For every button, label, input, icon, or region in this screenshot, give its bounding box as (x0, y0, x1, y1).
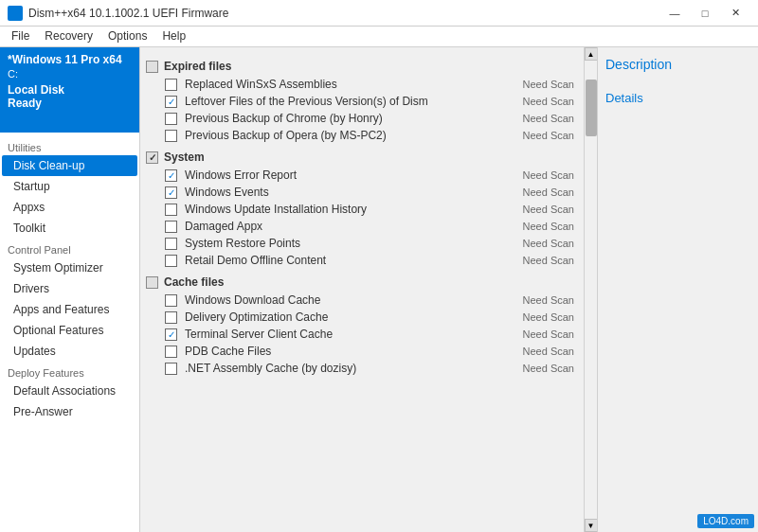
sidebar-item-drivers[interactable]: Drivers (2, 278, 137, 299)
menu-options[interactable]: Options (100, 28, 154, 44)
item-retail-demo: Retail Demo Offline Content (185, 254, 505, 267)
menu-bar: File Recovery Options Help (0, 27, 758, 47)
table-row: System Restore Points Need Scan (144, 235, 580, 252)
status-retail-demo: Need Scan (513, 255, 574, 266)
table-row: Windows Events Need Scan (144, 184, 580, 201)
section-cb-system[interactable] (146, 151, 158, 164)
sidebar-item-pre-answer[interactable]: Pre-Answer (2, 401, 137, 422)
sidebar-item-startup[interactable]: Startup (2, 176, 137, 197)
table-row: Replaced WinSxS Assemblies Need Scan (144, 76, 580, 93)
sidebar-item-system-optimizer[interactable]: System Optimizer (2, 257, 137, 278)
item-win-download-cache: Windows Download Cache (185, 293, 505, 307)
section-expired-files: Expired files (144, 57, 580, 76)
item-damaged-appx: Damaged Appx (185, 220, 505, 233)
nav-section-utilities: Utilities (0, 136, 139, 155)
details-label: Details (605, 91, 750, 105)
table-row: Windows Error Report Need Scan (144, 167, 580, 184)
nav-section-control-panel: Control Panel (0, 239, 139, 257)
section-cb-cache[interactable] (146, 276, 158, 289)
status-net-assembly: Need Scan (513, 363, 574, 374)
main-container: *Windows 11 Pro x64 C: Local Disk Ready … (0, 47, 758, 532)
status-restore-points: Need Scan (513, 238, 574, 249)
sidebar-item-toolkit[interactable]: Toolkit (2, 218, 137, 239)
item-pdb-cache: PDB Cache Files (185, 345, 505, 358)
cb-damaged-appx[interactable] (165, 221, 177, 233)
content-area: Expired files Replaced WinSxS Assemblies… (140, 47, 758, 532)
cb-leftover-files[interactable] (165, 96, 177, 108)
sidebar-item-default-assoc[interactable]: Default Associations (2, 381, 137, 401)
cb-replaced-winsxs[interactable] (165, 79, 177, 91)
cb-pdb-cache[interactable] (165, 346, 177, 358)
status-win-error-report: Need Scan (513, 169, 574, 181)
cb-terminal-cache[interactable] (165, 328, 177, 341)
sidebar-item-appxs[interactable]: Appxs (2, 197, 137, 218)
close-button[interactable]: ✕ (720, 4, 750, 23)
title-controls: — □ ✕ (659, 4, 750, 23)
status-damaged-appx: Need Scan (513, 221, 574, 232)
cb-win-update-history[interactable] (165, 204, 177, 216)
cb-win-error-report[interactable] (165, 169, 177, 182)
status-delivery-cache: Need Scan (513, 311, 574, 323)
cb-retail-demo[interactable] (165, 255, 177, 267)
item-leftover-files: Leftover Files of the Previous Version(s… (185, 95, 505, 108)
table-row: Leftover Files of the Previous Version(s… (144, 93, 580, 110)
scroll-up-arrow[interactable]: ▲ (585, 47, 598, 61)
table-row: Damaged Appx Need Scan (144, 218, 580, 235)
section-label-cache: Cache files (164, 275, 224, 289)
app-icon (8, 6, 23, 21)
status-pdb-cache: Need Scan (513, 346, 574, 357)
scrollbar-thumb[interactable] (586, 80, 597, 136)
cb-restore-points[interactable] (165, 238, 177, 250)
table-row: Previous Backup of Opera (by MS-PC2) Nee… (144, 127, 580, 144)
table-row: Terminal Server Client Cache Need Scan (144, 326, 580, 343)
scroll-down-arrow[interactable]: ▼ (585, 519, 598, 532)
section-label-expired: Expired files (164, 60, 231, 73)
status-chrome-backup: Need Scan (513, 113, 574, 124)
section-cb-expired[interactable] (146, 61, 158, 73)
status-opera-backup: Need Scan (513, 130, 574, 141)
menu-recovery[interactable]: Recovery (37, 28, 100, 44)
table-row: Windows Download Cache Need Scan (144, 292, 580, 309)
status-win-events: Need Scan (513, 186, 574, 198)
sidebar-nav: Utilities Disk Clean-up Startup Appxs To… (0, 133, 139, 532)
item-terminal-cache: Terminal Server Client Cache (185, 328, 505, 341)
maximize-button[interactable]: □ (690, 4, 720, 23)
description-label: Description (605, 57, 750, 72)
status-terminal-cache: Need Scan (513, 328, 574, 340)
cb-delivery-cache[interactable] (165, 311, 177, 324)
right-panel: Description Details (597, 47, 758, 532)
status-leftover-files: Need Scan (513, 96, 574, 107)
menu-help[interactable]: Help (154, 28, 193, 44)
item-replaced-winsxs: Replaced WinSxS Assemblies (185, 78, 505, 91)
system-name: *Windows 11 Pro x64 (8, 53, 132, 66)
item-opera-backup: Previous Backup of Opera (by MS-PC2) (185, 129, 505, 142)
sidebar-item-apps-features[interactable]: Apps and Features (2, 299, 137, 320)
cb-net-assembly[interactable] (165, 363, 177, 375)
cb-win-download-cache[interactable] (165, 294, 177, 307)
item-delivery-cache: Delivery Optimization Cache (185, 310, 505, 324)
title-text: Dism++x64 10.1.1002.1 UEFI Firmware (28, 7, 228, 20)
sidebar-item-updates[interactable]: Updates (2, 341, 137, 362)
table-row: Retail Demo Offline Content Need Scan (144, 252, 580, 269)
table-row: PDB Cache Files Need Scan (144, 343, 580, 360)
minimize-button[interactable]: — (659, 4, 690, 23)
menu-file[interactable]: File (4, 28, 37, 44)
cb-win-events[interactable] (165, 186, 177, 199)
title-bar: Dism++x64 10.1.1002.1 UEFI Firmware — □ … (0, 0, 758, 27)
sidebar-item-optional-features[interactable]: Optional Features (2, 320, 137, 341)
sidebar-header: *Windows 11 Pro x64 C: Local Disk Ready (0, 47, 139, 133)
scrollbar[interactable]: ▲ ▼ (584, 47, 597, 532)
item-chrome-backup: Previous Backup of Chrome (by Honrу) (185, 112, 505, 125)
table-row: Previous Backup of Chrome (by Honrу) Nee… (144, 110, 580, 127)
cb-chrome-backup[interactable] (165, 113, 177, 125)
sidebar-item-disk-cleanup[interactable]: Disk Clean-up (2, 155, 137, 176)
status-replaced-winsxs: Need Scan (513, 79, 574, 90)
item-win-update-history: Windows Update Installation History (185, 203, 505, 216)
status-win-update-history: Need Scan (513, 204, 574, 215)
watermark: LO4D.com (697, 514, 754, 528)
section-cache-files: Cache files (144, 273, 580, 292)
table-row: Delivery Optimization Cache Need Scan (144, 309, 580, 326)
cb-opera-backup[interactable] (165, 130, 177, 142)
item-win-events: Windows Events (185, 186, 505, 199)
table-row: Windows Update Installation History Need… (144, 201, 580, 218)
